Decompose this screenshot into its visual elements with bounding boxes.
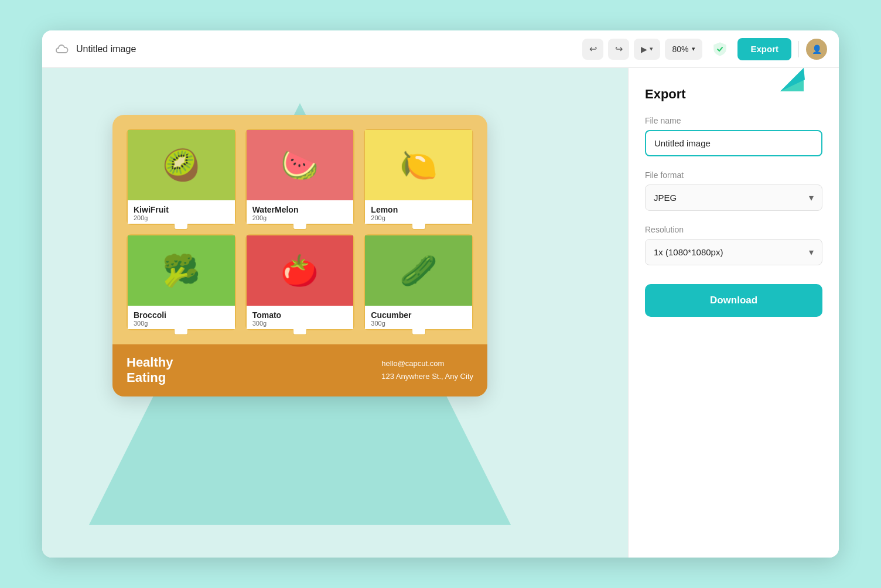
kiwi-image: 🥝 [128, 130, 235, 200]
tomato-tab [293, 329, 307, 335]
document-title: Untitled image [76, 44, 136, 54]
undo-button[interactable]: ↩ [582, 39, 603, 60]
tomato-label: Tomato 300g [247, 306, 354, 329]
export-panel: Export File name File format JPEG ▾ Reso… [628, 68, 839, 558]
broccoli-image: 🥦 [128, 235, 235, 306]
zoom-chevron-icon: ▾ [692, 45, 695, 53]
design-card: 🥝 KiwiFruit 200g 🍉 WaterMelon 200g [112, 115, 487, 396]
main-area: 🥝 KiwiFruit 200g 🍉 WaterMelon 200g [42, 68, 839, 558]
food-item-kiwi: 🥝 KiwiFruit 200g [127, 129, 236, 225]
cucumber-label: Cucumber 300g [365, 306, 472, 329]
kiwi-weight: 200g [134, 214, 229, 221]
play-chevron: ▾ [650, 45, 653, 53]
resolution-select[interactable]: 1x (1080*1080px) ▾ [645, 239, 822, 265]
arrow-pointer-icon [774, 68, 810, 97]
redo-button[interactable]: ↪ [608, 39, 629, 60]
footer-address: 123 Anywhere St., Any City [381, 370, 473, 383]
food-item-broccoli: 🥦 Broccoli 300g [127, 234, 236, 330]
food-item-cucumber: 🥒 Cucumber 300g [364, 234, 473, 330]
kiwi-tab [174, 224, 188, 230]
toolbar-center: ↩ ↪ ▶ ▾ 80% ▾ [582, 39, 702, 60]
file-format-chevron-icon: ▾ [809, 192, 814, 203]
tomato-image: 🍅 [247, 235, 354, 306]
canvas-area: 🥝 KiwiFruit 200g 🍉 WaterMelon 200g [42, 68, 628, 558]
resolution-chevron-icon: ▾ [809, 247, 814, 258]
zoom-value: 80% [672, 45, 688, 54]
watermelon-tab [293, 224, 307, 230]
cucumber-tab [412, 329, 426, 335]
card-footer: HealthyEating hello@capcut.com 123 Anywh… [112, 344, 487, 396]
file-format-select[interactable]: JPEG ▾ [645, 184, 822, 211]
export-button[interactable]: Export [737, 38, 791, 60]
watermelon-weight: 200g [252, 214, 348, 221]
lemon-weight: 200g [371, 214, 466, 221]
avatar-initials: 👤 [812, 45, 822, 54]
file-format-group: File format JPEG ▾ [645, 170, 822, 211]
cucumber-image: 🥒 [365, 235, 472, 306]
play-button[interactable]: ▶ ▾ [634, 39, 660, 60]
file-name-input[interactable] [645, 130, 822, 156]
food-item-watermelon: 🍉 WaterMelon 200g [245, 129, 355, 225]
lemon-image: 🍋 [365, 130, 472, 200]
watermelon-label: WaterMelon 200g [247, 200, 354, 224]
footer-contact: hello@capcut.com 123 Anywhere St., Any C… [381, 357, 473, 383]
toolbar: Untitled image ↩ ↪ ▶ ▾ 80% ▾ Export [42, 30, 839, 68]
watermelon-name: WaterMelon [252, 205, 348, 214]
watermelon-image: 🍉 [247, 130, 354, 200]
food-grid: 🥝 KiwiFruit 200g 🍉 WaterMelon 200g [112, 115, 487, 340]
tomato-weight: 300g [252, 320, 348, 327]
tomato-name: Tomato [252, 310, 348, 320]
lemon-label: Lemon 200g [365, 200, 472, 224]
file-name-label: File name [645, 116, 822, 125]
file-format-label: File format [645, 170, 822, 180]
cloud-icon [54, 41, 70, 57]
broccoli-tab [174, 329, 188, 335]
toolbar-right: Export 👤 [709, 38, 827, 60]
resolution-value: 1x (1080*1080px) [654, 247, 723, 257]
resolution-group: Resolution 1x (1080*1080px) ▾ [645, 225, 822, 265]
broccoli-name: Broccoli [134, 310, 229, 320]
broccoli-label: Broccoli 300g [128, 306, 235, 329]
food-item-tomato: 🍅 Tomato 300g [245, 234, 355, 330]
toolbar-divider [798, 41, 799, 57]
footer-title: HealthyEating [127, 355, 370, 386]
kiwi-name: KiwiFruit [134, 205, 229, 214]
resolution-label: Resolution [645, 225, 822, 234]
avatar[interactable]: 👤 [806, 39, 827, 60]
zoom-button[interactable]: 80% ▾ [665, 39, 702, 60]
kiwi-label: KiwiFruit 200g [128, 200, 235, 224]
broccoli-weight: 300g [134, 320, 229, 327]
cucumber-weight: 300g [371, 320, 466, 327]
food-item-lemon: 🍋 Lemon 200g [364, 129, 473, 225]
cucumber-name: Cucumber [371, 310, 466, 320]
footer-email: hello@capcut.com [381, 357, 473, 370]
shield-button[interactable] [709, 39, 730, 60]
file-format-value: JPEG [654, 193, 677, 203]
toolbar-left: Untitled image [54, 41, 575, 57]
file-name-group: File name [645, 116, 822, 156]
download-button[interactable]: Download [645, 284, 822, 317]
play-icon: ▶ [641, 45, 647, 54]
lemon-name: Lemon [371, 205, 466, 214]
lemon-tab [412, 224, 426, 230]
